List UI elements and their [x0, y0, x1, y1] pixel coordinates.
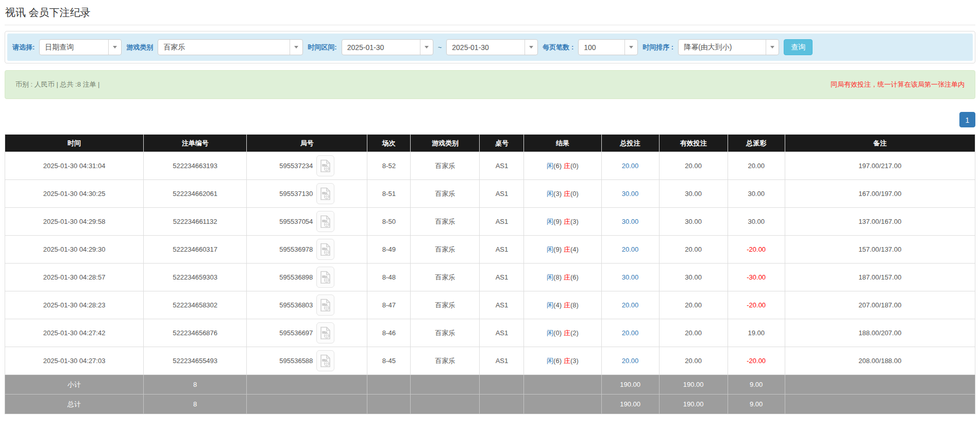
total-bet-link[interactable]: 30.00: [622, 218, 639, 225]
total-row: 总计 8 190.00 190.00 9.00: [5, 395, 975, 414]
total-bet-link[interactable]: 30.00: [622, 273, 639, 281]
table-footer: 小计 8 190.00 190.00 9.00 总计 8 19: [5, 375, 975, 414]
banker-result-points: (0): [570, 162, 579, 170]
chevron-down-icon: [290, 40, 302, 55]
subtotal-payout: 9.00: [728, 375, 785, 395]
cell-round-id: 595537130: [247, 180, 367, 208]
player-result-label: 闲: [547, 245, 553, 253]
query-type-label: 请选择:: [12, 43, 35, 52]
cell-total-bet: 30.00: [601, 180, 659, 208]
cell-game: 百家乐: [411, 208, 480, 236]
subtotal-empty: [411, 375, 480, 395]
cell-result: 闲(8)庄(6): [524, 264, 601, 291]
subtotal-label: 小计: [5, 375, 144, 395]
date-to-value: 2025-01-30: [447, 43, 494, 52]
header-time: 时间: [5, 135, 144, 152]
table-row: 2025-01-30 04:31:04 522234663193 5955372…: [5, 152, 975, 180]
chevron-down-icon: [624, 40, 637, 55]
video-file-icon[interactable]: [316, 350, 334, 371]
player-result-points: (6): [553, 357, 562, 365]
cell-total-bet: 20.00: [601, 291, 659, 319]
total-bet-link[interactable]: 20.00: [622, 162, 639, 170]
total-empty: [524, 395, 601, 414]
player-result-label: 闲: [547, 162, 553, 170]
video-file-icon[interactable]: [316, 267, 334, 288]
total-empty: [785, 395, 975, 414]
table-row: 2025-01-30 04:28:23 522234658302 5955368…: [5, 291, 975, 319]
table-body: 2025-01-30 04:31:04 522234663193 5955372…: [5, 152, 975, 375]
cell-payout: -20.00: [728, 236, 785, 264]
cell-bet-id: 522234656876: [144, 319, 247, 347]
video-file-icon[interactable]: [316, 322, 334, 343]
video-file-icon[interactable]: [316, 211, 334, 232]
player-result-points: (4): [553, 301, 562, 309]
cell-result: 闲(6)庄(3): [524, 347, 601, 375]
date-from-value: 2025-01-30: [342, 43, 390, 52]
total-bet-link[interactable]: 20.00: [622, 245, 639, 253]
cell-table-no: AS1: [480, 236, 524, 264]
player-result-label: 闲: [547, 301, 553, 309]
page-size-select[interactable]: 100: [578, 39, 638, 55]
page-size-value: 100: [579, 43, 601, 52]
video-file-icon[interactable]: [316, 183, 334, 204]
cell-result: 闲(9)庄(3): [524, 208, 601, 236]
cell-payout: 30.00: [728, 180, 785, 208]
query-type-value: 日期查询: [40, 43, 79, 52]
game-category-select[interactable]: 百家乐: [158, 39, 303, 55]
subtotal-empty: [480, 375, 524, 395]
query-type-select[interactable]: 日期查询: [39, 39, 122, 55]
total-bet-link[interactable]: 20.00: [622, 301, 639, 309]
cell-round-id: 595536697: [247, 319, 367, 347]
cell-time: 2025-01-30 04:27:03: [5, 347, 144, 375]
search-button[interactable]: 查询: [784, 39, 813, 55]
subtotal-total-bet: 190.00: [601, 375, 659, 395]
cell-valid-bet: 20.00: [659, 291, 728, 319]
table-row: 2025-01-30 04:27:03 522234655493 5955365…: [5, 347, 975, 375]
player-result-points: (9): [553, 218, 562, 225]
date-from-select[interactable]: 2025-01-30: [342, 39, 433, 55]
player-result-label: 闲: [547, 190, 553, 198]
banker-result-points: (3): [570, 218, 579, 225]
cell-bet-id: 522234662061: [144, 180, 247, 208]
cell-remark: 187.00/157.00: [785, 264, 975, 291]
cell-remark: 197.00/217.00: [785, 152, 975, 180]
page: 视讯 会员下注纪录 请选择: 日期查询 游戏类别 百家乐 时间区间: 2025-…: [5, 0, 975, 426]
banker-result-points: (3): [570, 357, 579, 365]
table-row: 2025-01-30 04:30:25 522234662061 5955371…: [5, 180, 975, 208]
player-result-label: 闲: [547, 218, 553, 225]
page-title: 视讯 会员下注纪录: [5, 0, 975, 25]
cell-time: 2025-01-30 04:31:04: [5, 152, 144, 180]
banker-result-label: 庄: [564, 329, 570, 337]
cell-payout: -20.00: [728, 291, 785, 319]
cell-payout: 19.00: [728, 319, 785, 347]
round-id-text: 595536803: [279, 301, 313, 309]
filter-bar: 请选择: 日期查询 游戏类别 百家乐 时间区间: 2025-01-30 ~ 20…: [7, 34, 973, 61]
total-bet-link[interactable]: 30.00: [622, 190, 639, 198]
video-file-icon[interactable]: [316, 155, 334, 176]
banker-result-label: 庄: [564, 162, 570, 170]
page-1-button[interactable]: 1: [959, 112, 975, 127]
video-file-icon[interactable]: [316, 294, 334, 316]
total-valid-bet: 190.00: [659, 395, 728, 414]
table-header: 时间 注单编号 局号 场次 游戏类别 桌号 结果 总投注 有效投注 总派彩 备注: [5, 135, 975, 152]
game-category-value: 百家乐: [158, 43, 190, 52]
cell-table-no: AS1: [480, 347, 524, 375]
cell-round-id: 595536588: [247, 347, 367, 375]
sort-order-select[interactable]: 降幂(由大到小): [678, 39, 779, 55]
total-bet-link[interactable]: 20.00: [622, 329, 639, 337]
sort-order-label: 时间排序 :: [643, 43, 673, 52]
banker-result-label: 庄: [564, 218, 570, 225]
round-id-text: 595536978: [279, 245, 313, 253]
cell-payout: -20.00: [728, 347, 785, 375]
video-file-icon[interactable]: [316, 239, 334, 260]
date-to-select[interactable]: 2025-01-30: [446, 39, 538, 55]
cell-total-bet: 20.00: [601, 319, 659, 347]
time-range-label: 时间区间:: [308, 43, 336, 52]
cell-payout: 20.00: [728, 152, 785, 180]
cell-game: 百家乐: [411, 236, 480, 264]
total-bet-link[interactable]: 20.00: [622, 357, 639, 365]
summary-bar: 币别 : 人民币 | 总共 :8 注单 | 同局有效投注，统一计算在该局第一张注…: [5, 70, 975, 99]
cell-bet-id: 522234659303: [144, 264, 247, 291]
cell-time: 2025-01-30 04:29:30: [5, 236, 144, 264]
cell-round-id: 595536978: [247, 236, 367, 264]
